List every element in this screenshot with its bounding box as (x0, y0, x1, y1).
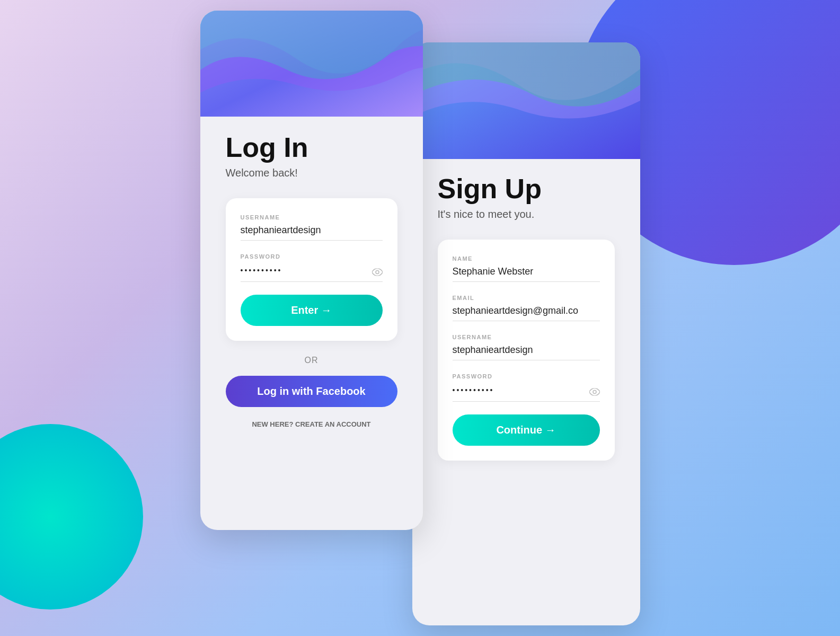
login-form-box: USERNAME PASSWORD •••••••••• (226, 198, 397, 341)
svg-point-3 (593, 390, 596, 393)
signup-email-input-wrapper (453, 305, 600, 321)
login-password-group: PASSWORD •••••••••• (241, 253, 383, 282)
login-password-input-wrapper: •••••••••• (241, 264, 383, 282)
login-password-dots: •••••••••• (241, 266, 282, 275)
bg-blob-teal (0, 424, 143, 610)
create-account-text[interactable]: CREATE AN ACCOUNT (295, 420, 371, 428)
signup-continue-button[interactable]: Continue → (453, 414, 600, 446)
signup-username-input[interactable] (453, 344, 600, 356)
login-password-label: PASSWORD (241, 253, 383, 260)
login-content: Log In Welcome back! USERNAME PASSWORD •… (200, 117, 423, 455)
signup-email-input[interactable] (453, 305, 600, 316)
signup-wave-header (412, 42, 640, 159)
signup-subtitle: It's nice to meet you. (438, 208, 615, 220)
login-enter-button[interactable]: Enter → (241, 295, 383, 326)
signup-name-input[interactable] (453, 266, 600, 277)
signup-username-input-wrapper (453, 344, 600, 360)
signup-name-label: NAME (453, 255, 600, 262)
login-facebook-button[interactable]: Log in with Facebook (226, 376, 397, 407)
signup-username-group: USERNAME (453, 334, 600, 360)
login-username-input[interactable] (241, 225, 383, 236)
signup-name-group: NAME (453, 255, 600, 282)
signup-username-label: USERNAME (453, 334, 600, 340)
login-signup-link: New here? CREATE AN ACCOUNT (226, 420, 397, 428)
signup-email-label: EMAIL (453, 295, 600, 301)
login-wave-header (200, 11, 423, 117)
login-subtitle: Welcome back! (226, 167, 397, 179)
signup-title: Sign Up (438, 174, 615, 204)
or-text: OR (226, 356, 397, 365)
login-eye-icon[interactable] (372, 267, 383, 278)
signup-name-input-wrapper (453, 266, 600, 282)
signup-password-group: PASSWORD •••••••••• (453, 373, 600, 402)
signup-card: Sign Up It's nice to meet you. NAME EMAI… (412, 42, 640, 625)
signup-password-dots: •••••••••• (453, 386, 494, 394)
signup-eye-icon[interactable] (589, 387, 600, 398)
signup-password-input-wrapper: •••••••••• (453, 384, 600, 402)
login-username-label: USERNAME (241, 214, 383, 220)
new-here-text: New here? (252, 420, 295, 428)
screens-container: Log In Welcome back! USERNAME PASSWORD •… (200, 11, 640, 625)
signup-email-group: EMAIL (453, 295, 600, 321)
signup-password-label: PASSWORD (453, 373, 600, 379)
signup-content: Sign Up It's nice to meet you. NAME EMAI… (412, 159, 640, 501)
login-username-input-wrapper (241, 225, 383, 241)
login-card: Log In Welcome back! USERNAME PASSWORD •… (200, 11, 423, 530)
signup-form-box: NAME EMAIL USERNAME (438, 240, 615, 461)
svg-point-1 (376, 270, 379, 273)
login-title: Log In (226, 132, 397, 163)
login-username-group: USERNAME (241, 214, 383, 241)
